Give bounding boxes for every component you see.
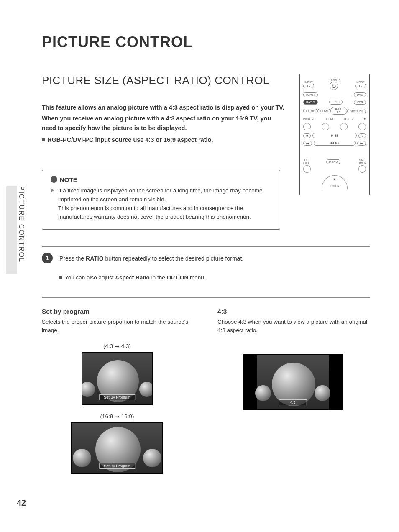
- osd-label: 4:3: [279, 399, 307, 405]
- note-alert-icon: !: [51, 176, 57, 183]
- step-number-badge: 1: [42, 253, 53, 263]
- mode-title: Set by program: [42, 308, 192, 315]
- remote-input-button: INPUT: [303, 92, 318, 97]
- remote-tv-button: TV: [303, 84, 314, 88]
- remote-simplink-button: SIMPLINK: [347, 109, 366, 113]
- preview-screen-43: Set By Program: [82, 352, 153, 405]
- remote-play-pause-pill: ▶▮▮: [312, 133, 357, 138]
- remote-rgbpc-button: RGB-PC: [330, 107, 347, 115]
- conversion-label-43: (4:3 ➞ 4:3): [42, 343, 192, 349]
- pillarbox-right: [329, 355, 342, 409]
- remote-comp-button: COMP: [303, 109, 317, 113]
- remote-hdmi-button: HDMI: [317, 109, 330, 113]
- remote-label-picture: PICTURE: [303, 118, 315, 120]
- remote-adjust-button: [340, 123, 348, 130]
- mode-set-by-program: Set by program Selects the proper pictur…: [42, 308, 192, 482]
- remote-star-button: [358, 123, 366, 130]
- mode-description: Choose 4:3 when you want to view a pictu…: [217, 318, 368, 335]
- remote-label-input: INPUT: [303, 81, 314, 84]
- intro-bullet: RGB-PC/DVI-PC input source use 4:3 or 16…: [42, 135, 287, 144]
- square-bullet-icon: [59, 276, 62, 279]
- remote-label-sap: SAP: [358, 159, 366, 161]
- remote-ratio-button: RATIO: [303, 100, 318, 105]
- remote-vcr-button: VCR: [354, 100, 366, 105]
- triangle-bullet-icon: [51, 188, 54, 192]
- remote-rewind-ff-pill: ◀◀▶▶: [314, 141, 356, 146]
- page-title: PICTURE CONTROL: [42, 33, 370, 51]
- mode-four-three: 4:3 Choose 4:3 when you want to view a p…: [217, 308, 368, 482]
- remote-label-power: POWER: [330, 79, 340, 82]
- remote-control-diagram: INPUT TV POWER ⏻ MODE TV INPUT DVD RATIO: [299, 74, 370, 195]
- arrow-right-icon: ➞: [115, 343, 120, 350]
- intro-line-1: This feature allows an analog picture wi…: [42, 103, 287, 112]
- note-box: ! NOTE If a fixed image is displayed on …: [42, 170, 280, 230]
- osd-label: Set By Program: [99, 394, 135, 400]
- remote-dvd-button: DVD: [354, 92, 366, 97]
- remote-label-cc: CC: [303, 159, 309, 161]
- note-body-text: If a fixed image is displayed on the scr…: [58, 187, 263, 220]
- remote-menu-button: MENU: [326, 159, 341, 164]
- page-number: 42: [17, 498, 26, 508]
- remote-mode-tv-button: TV: [355, 84, 366, 88]
- remote-label-exit: EXIT: [303, 161, 309, 164]
- osd-label: Set By Program: [99, 463, 135, 469]
- square-bullet-icon: [42, 138, 45, 141]
- remote-picture-button: [303, 123, 311, 130]
- arrow-right-icon: ➞: [115, 413, 120, 420]
- note-heading: NOTE: [60, 176, 77, 183]
- preview-screen-43-letterbox: 4:3: [243, 354, 343, 410]
- conversion-label-169: (16:9 ➞ 16:9): [42, 413, 192, 419]
- remote-skip-back-button: ⏮: [303, 141, 312, 146]
- remote-label-sound: SOUND: [325, 118, 334, 120]
- remote-stop-button: ■: [303, 133, 311, 138]
- divider: [42, 297, 370, 298]
- intro-line-2: When you receive an analog picture with …: [42, 114, 287, 133]
- remote-sound-button: [322, 123, 329, 130]
- remote-label-adjust: ADJUST: [343, 118, 354, 120]
- remote-record-button: ●: [358, 133, 366, 138]
- remote-label-mode: MODE: [355, 81, 366, 84]
- remote-timer-button: [358, 165, 366, 173]
- mode-description: Selects the proper picture proportion to…: [42, 318, 192, 335]
- remote-brightness-pill: −☀+: [329, 100, 343, 105]
- remote-label-enter: ENTER: [303, 184, 366, 187]
- side-tab: [6, 186, 17, 274]
- remote-label-timer: TIMER: [358, 161, 366, 164]
- remote-power-button: ⏻: [330, 82, 338, 90]
- step-subtext: You can also adjust Aspect Ratio in the …: [59, 274, 370, 281]
- pillarbox-left: [243, 355, 257, 409]
- divider: [42, 246, 370, 247]
- step-text: Press the RATIO button repeatedly to sel…: [59, 253, 243, 263]
- remote-exit-button: [303, 165, 311, 173]
- mode-title: 4:3: [217, 308, 368, 315]
- remote-label-star: ✱: [363, 117, 366, 120]
- preview-screen-169: Set By Program: [71, 422, 163, 474]
- section-subtitle: PICTURE SIZE (ASPECT RATIO) CONTROL: [42, 74, 287, 87]
- remote-skip-fwd-button: ⏭: [357, 141, 366, 146]
- side-tab-label: PICTURE CONTROL: [18, 186, 25, 263]
